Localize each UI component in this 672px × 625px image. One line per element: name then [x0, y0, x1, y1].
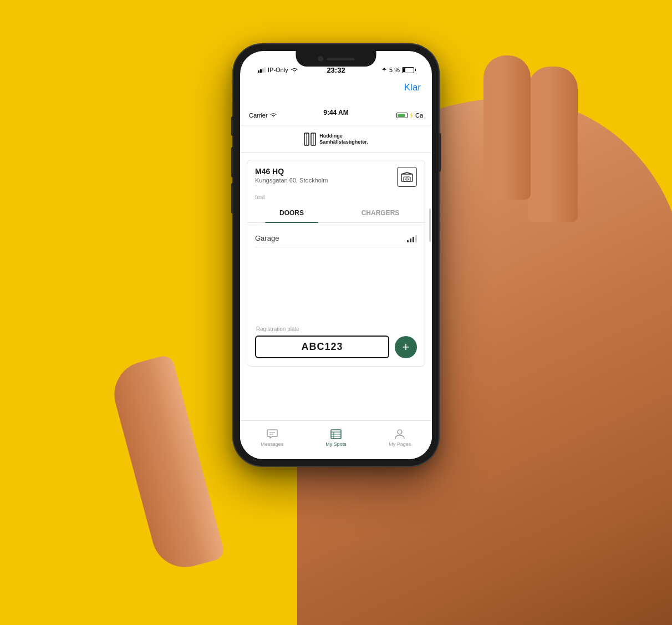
finger-1 [528, 67, 578, 222]
mute-button [231, 116, 233, 136]
front-camera [318, 56, 323, 62]
speaker [327, 58, 354, 60]
charging-icon [409, 113, 414, 118]
bottom-nav: Messages [240, 420, 432, 459]
svg-rect-3 [264, 67, 266, 73]
os-battery: 5 % [381, 67, 414, 73]
logo-svg [304, 132, 316, 146]
nav-item-mypages[interactable]: My Pages [368, 428, 432, 447]
message-icon [266, 428, 278, 440]
svg-rect-2 [262, 68, 264, 73]
app-logo: Huddinge Samhällsfastigheter. [304, 132, 368, 146]
doors-content: Garage [247, 223, 425, 321]
nav-label-messages: Messages [261, 441, 283, 447]
card-subtitle: Kungsgatan 60, Stockholm [255, 177, 328, 184]
battery-percent: 5 % [389, 67, 400, 73]
svg-rect-0 [258, 70, 259, 73]
phone-screen: IP-Only 23:32 5 % [240, 51, 432, 459]
spots-icon [330, 428, 342, 440]
svg-point-20 [398, 430, 402, 434]
card-title: M46 HQ [255, 167, 328, 176]
garage-icon [397, 167, 417, 187]
card-info: M46 HQ Kungsgatan 60, Stockholm [255, 167, 328, 184]
nav-item-messages[interactable]: Messages [240, 428, 304, 447]
nav-item-myspots[interactable]: My Spots [304, 428, 368, 447]
nav-label-myspots: My Spots [325, 441, 347, 447]
signal-bar-4 [415, 235, 417, 242]
signal-bar-1 [407, 240, 409, 242]
os-carrier: IP-Only [258, 67, 298, 73]
location-icon [381, 67, 387, 73]
signal-bar-2 [410, 238, 411, 242]
tab-doors[interactable]: DOORS [247, 204, 336, 222]
phone-outer: IP-Only 23:32 5 % [233, 44, 439, 466]
empty-content-area [255, 247, 417, 314]
nav-label-mypages: My Pages [389, 441, 411, 447]
tabs: DOORS CHARGERS [247, 204, 425, 223]
reg-label: Registration plate [255, 326, 417, 332]
message-svg [266, 429, 278, 440]
wifi-icon [291, 67, 298, 73]
add-button[interactable]: + [395, 336, 417, 358]
garage-svg [401, 172, 413, 182]
location-card: M46 HQ Kungsgatan 60, Stockholm [247, 160, 425, 367]
app-screen: Carrier 9:44 AM [240, 101, 432, 459]
card-header: M46 HQ Kungsgatan 60, Stockholm [247, 160, 425, 194]
os-time: 23:32 [327, 66, 345, 74]
signal-bar-3 [413, 237, 414, 242]
garage-name: Garage [255, 234, 279, 242]
svg-rect-1 [260, 69, 262, 73]
finger-2 [483, 55, 531, 200]
notch [296, 51, 376, 67]
logo-text: Huddinge Samhällsfastigheter. [319, 133, 368, 145]
carrier-name: IP-Only [268, 67, 288, 73]
battery-fill [403, 68, 405, 72]
logo-line2: Samhällsfastigheter. [319, 139, 368, 145]
app-header: Huddinge Samhällsfastigheter. [240, 125, 432, 153]
inner-status-bar: Carrier 9:44 AM [240, 101, 432, 125]
logo-icon [304, 132, 316, 146]
signal-icon [258, 67, 266, 73]
scene: IP-Only 23:32 5 % [0, 0, 672, 625]
inner-status-right-label: Ca [415, 112, 423, 119]
registration-plate[interactable]: ABC123 [255, 336, 389, 358]
inner-battery-area: Ca [396, 112, 423, 119]
volume-down-button [231, 183, 233, 214]
registration-area: Registration plate ABC123 + [247, 321, 425, 366]
spots-svg [330, 429, 342, 440]
logo-line1: Huddinge [319, 133, 368, 139]
phone-container: IP-Only 23:32 5 % [233, 44, 439, 466]
power-button [439, 133, 441, 172]
plus-icon: + [403, 341, 410, 353]
test-label: test [247, 194, 425, 204]
garage-row: Garage [255, 230, 417, 247]
person-icon [394, 428, 406, 440]
svg-point-12 [408, 179, 409, 180]
tab-chargers[interactable]: CHARGERS [336, 204, 425, 222]
inner-time: 9:44 AM [323, 109, 349, 116]
reg-row: ABC123 + [255, 336, 417, 358]
inner-carrier: Carrier [249, 112, 277, 119]
inner-wifi-icon [270, 113, 277, 118]
inner-carrier-name: Carrier [249, 112, 268, 119]
person-svg [394, 429, 406, 440]
inner-battery-fill [398, 114, 405, 117]
inner-battery-icon [396, 113, 408, 118]
battery-icon [402, 67, 414, 73]
signal-strength-icon [407, 235, 417, 242]
volume-up-button [231, 147, 233, 177]
klar-button[interactable]: Klar [404, 82, 421, 93]
svg-point-11 [405, 179, 406, 180]
